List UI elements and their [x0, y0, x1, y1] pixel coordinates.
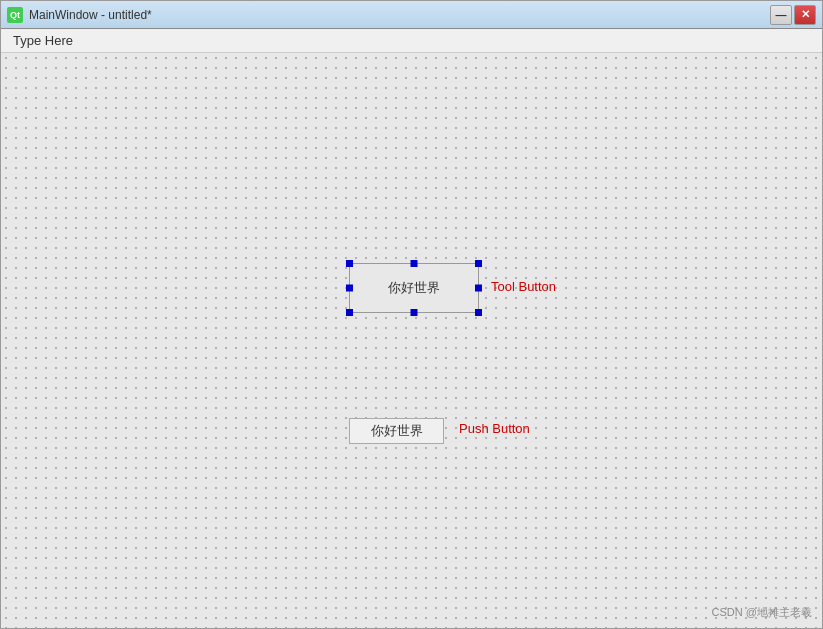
close-button[interactable]: ✕: [794, 5, 816, 25]
title-bar: Qt MainWindow - untitled* — ✕: [1, 1, 822, 29]
menu-item-type-here[interactable]: Type Here: [5, 31, 81, 50]
tool-button-container: 你好世界: [349, 263, 479, 313]
handle-mid-left: [346, 285, 353, 292]
handle-top-mid: [411, 260, 418, 267]
title-bar-left: Qt MainWindow - untitled*: [7, 7, 152, 23]
push-button-label: Push Button: [459, 421, 530, 436]
qt-icon: Qt: [7, 7, 23, 23]
handle-bot-right: [475, 309, 482, 316]
main-window: Qt MainWindow - untitled* — ✕ Type Here: [0, 0, 823, 629]
minimize-button[interactable]: —: [770, 5, 792, 25]
handle-mid-right: [475, 285, 482, 292]
tool-button-label: Tool Button: [491, 279, 556, 294]
handle-bot-mid: [411, 309, 418, 316]
watermark: CSDN @地摊主老羲: [712, 605, 812, 620]
canvas-area: 你好世界 Tool Button 你好世界 Push Button CSDN @…: [1, 53, 822, 628]
push-button[interactable]: 你好世界: [349, 418, 444, 444]
handle-top-right: [475, 260, 482, 267]
push-button-text: 你好世界: [371, 422, 423, 440]
window-title: MainWindow - untitled*: [29, 8, 152, 22]
handle-bot-left: [346, 309, 353, 316]
tool-button-text: 你好世界: [388, 279, 440, 297]
tool-button[interactable]: 你好世界: [349, 263, 479, 313]
push-button-container: 你好世界: [349, 418, 444, 444]
handle-top-left: [346, 260, 353, 267]
title-bar-controls: — ✕: [770, 5, 816, 25]
menu-bar: Type Here: [1, 29, 822, 53]
